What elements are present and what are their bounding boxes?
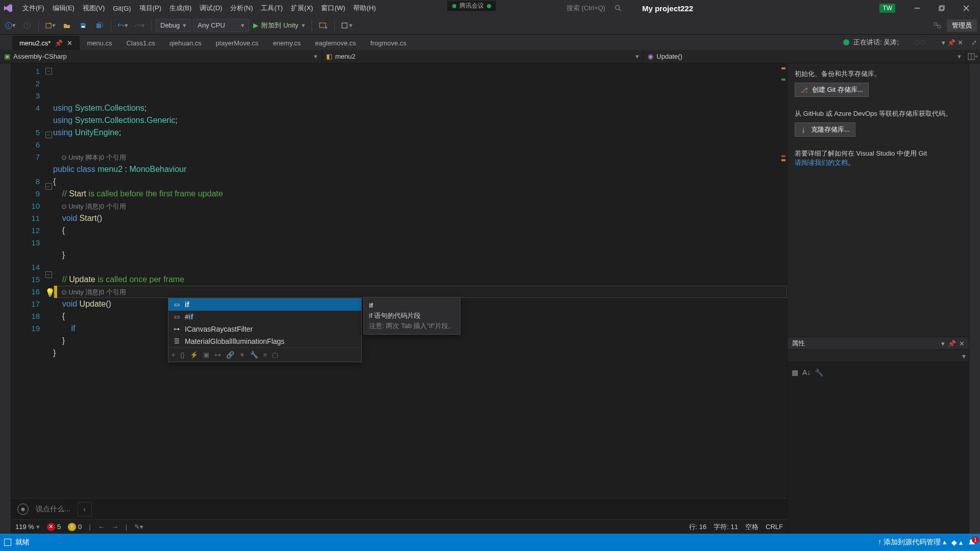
nav-method-dropdown[interactable]: ◉ Update() ▾ (644, 50, 966, 63)
window-minimize-button[interactable] (905, 0, 929, 16)
tab-class1[interactable]: Class1.cs (119, 36, 162, 50)
filter-struct-icon[interactable]: ▣ (203, 349, 209, 361)
expand-panel-icon[interactable]: ⤢ (971, 39, 977, 46)
menu-edit[interactable]: 编辑(E) (48, 0, 79, 16)
redo-button[interactable]: ▾ (132, 18, 147, 33)
close-panel-icon[interactable]: ✕ (958, 39, 963, 46)
close-icon[interactable]: ✕ (67, 39, 72, 47)
notifications-button[interactable]: 1 (968, 538, 976, 546)
user-badge[interactable]: TW (879, 4, 895, 13)
unpin-icon[interactable]: 📌 (55, 39, 63, 47)
menu-window[interactable]: 窗口(W) (317, 0, 349, 16)
filter-event-icon[interactable]: ⚡ (190, 349, 198, 361)
menu-file[interactable]: 文件(F) (18, 0, 48, 16)
menu-view[interactable]: 视图(V) (79, 0, 109, 16)
feedback-button[interactable] (930, 18, 945, 33)
left-tool-rail[interactable] (0, 63, 11, 534)
panel-menu-icon[interactable]: ▾ (941, 340, 945, 347)
filter-braces-icon[interactable]: {} (180, 349, 185, 361)
filter-interface-icon[interactable]: ⊶ (214, 349, 221, 361)
git-create-repo-button[interactable]: ⎇ 创建 Git 存储库... (795, 83, 869, 97)
code-area[interactable]: using System.Collections;using System.Co… (53, 63, 787, 498)
undo-button[interactable]: ▾ (115, 18, 130, 33)
voice-input-bar[interactable]: ☻ 说点什么... ‹ (11, 498, 787, 519)
prop-sort-icon[interactable]: A↓ (802, 368, 811, 377)
tab-menu[interactable]: menu.cs (80, 36, 119, 50)
eol-mode[interactable]: CRLF (766, 523, 783, 531)
menu-tools[interactable]: 工具(T) (257, 0, 287, 16)
code-editor[interactable]: 12345678910111213141516171819 −−−− using… (11, 63, 787, 498)
repo-picker-button[interactable]: ◆ ▴ (951, 538, 963, 546)
right-tool-rail[interactable] (969, 63, 980, 534)
menu-git[interactable]: Git(G) (109, 0, 135, 16)
fold-column[interactable]: −−−− (44, 63, 53, 498)
attach-unity-button[interactable]: ▶ 附加到 Unity ▾ (251, 18, 307, 33)
menu-analyze[interactable]: 分析(N) (226, 0, 257, 16)
intellisense-filter-bar[interactable]: ⌖{}⚡▣⊶🔗✶🔧≡▢ (168, 347, 361, 362)
live-share-button[interactable]: ▾ (339, 18, 355, 33)
window-restore-button[interactable] (930, 0, 953, 16)
tab-eaglemove[interactable]: eaglemove.cs (308, 36, 363, 50)
platform-dropdown[interactable]: Any CPU▾ (193, 19, 249, 32)
indent-mode[interactable]: 空格 (745, 522, 758, 532)
intellisense-item[interactable]: ☰MaterialGlobalIlluminationFlags (168, 335, 361, 347)
error-count[interactable]: ✕5 (47, 523, 61, 531)
filter-wrench-icon[interactable]: 🔧 (250, 349, 258, 361)
voice-collapse-button[interactable]: ‹ (78, 502, 92, 516)
tab-qiehuan[interactable]: qiehuan.cs (162, 36, 209, 50)
properties-object-dropdown[interactable]: ▾ (788, 350, 969, 362)
panel-pin-icon[interactable]: 📌 (948, 340, 956, 347)
nav-class-dropdown[interactable]: ◧ menu2 ▾ (322, 50, 644, 63)
open-file-button[interactable] (60, 18, 74, 33)
pen-icon[interactable]: ✎▾ (134, 523, 143, 531)
nav-forward-button[interactable] (20, 18, 34, 33)
menu-help[interactable]: 帮助(H) (349, 0, 380, 16)
overview-ruler[interactable] (780, 63, 787, 498)
menu-ext[interactable]: 扩展(X) (287, 0, 317, 16)
global-search[interactable]: 搜索 (Ctrl+Q) (567, 4, 622, 13)
status-mode-icon[interactable] (4, 539, 11, 546)
intellisense-item[interactable]: ▭#if (168, 311, 361, 323)
prop-wrench-icon[interactable]: 🔧 (815, 368, 823, 377)
tab-frogmove[interactable]: frogmove.cs (363, 36, 414, 50)
intellisense-item[interactable]: ▭if (168, 298, 361, 311)
prop-categorize-icon[interactable]: ▦ (792, 368, 798, 377)
svg-rect-13 (342, 23, 347, 28)
git-docs-link[interactable]: 请阅读我们的文档 (795, 159, 848, 166)
tab-playermove[interactable]: playerMove.cs (209, 36, 266, 50)
filter-square-icon[interactable]: ▢ (272, 349, 278, 361)
properties-panel-header[interactable]: 属性 ▾ 📌 ✕ (788, 337, 969, 350)
nav-back-button[interactable]: ▾ (3, 18, 18, 33)
nav-prev-button[interactable]: ← (98, 523, 105, 531)
filter-target-icon[interactable]: ⌖ (172, 349, 175, 361)
tab-label: eaglemove.cs (315, 39, 356, 47)
properties-body: ▦ A↓ 🔧 (788, 362, 969, 534)
split-editor-button[interactable]: + (966, 53, 980, 60)
tab-enemy[interactable]: enemy.cs (266, 36, 308, 50)
lightbulb-icon[interactable]: 💡 (45, 288, 53, 296)
filter-star-icon[interactable]: ✶ (239, 349, 245, 361)
tabs-dropdown-icon[interactable]: ▾ (942, 39, 945, 46)
intellisense-popup[interactable]: ▭if▭#if⊶ICanvasRaycastFilter☰MaterialGlo… (168, 298, 362, 362)
warning-count[interactable]: !0 (68, 523, 82, 531)
new-item-button[interactable]: ▾ (43, 18, 58, 33)
pin-panel-icon[interactable]: 📌 (947, 39, 955, 46)
intellisense-item[interactable]: ⊶ICanvasRaycastFilter (168, 323, 361, 335)
panel-close-icon[interactable]: ✕ (959, 340, 965, 347)
git-clone-repo-button[interactable]: ⭳ 克隆存储库... (795, 122, 855, 137)
filter-list-icon[interactable]: ≡ (263, 349, 267, 361)
save-button[interactable] (76, 18, 90, 33)
config-dropdown[interactable]: Debug▾ (156, 19, 191, 32)
zoom-dropdown[interactable]: 119 %▾ (15, 523, 40, 531)
menu-build[interactable]: 生成(B) (165, 0, 195, 16)
menu-project[interactable]: 项目(P) (135, 0, 165, 16)
window-close-button[interactable] (954, 0, 978, 16)
source-control-button[interactable]: ↑ 添加到源代码管理 ▴ (878, 538, 946, 547)
nav-project-dropdown[interactable]: ▣ Assembly-CSharp ▾ (0, 50, 322, 63)
save-all-button[interactable] (92, 18, 107, 33)
nav-next-button[interactable]: → (112, 523, 118, 531)
menu-debug[interactable]: 调试(D) (195, 0, 226, 16)
filter-link-icon[interactable]: 🔗 (226, 349, 234, 361)
tab-menu2[interactable]: menu2.cs* 📌 ✕ (12, 36, 80, 50)
attach-process-button[interactable] (316, 18, 330, 33)
